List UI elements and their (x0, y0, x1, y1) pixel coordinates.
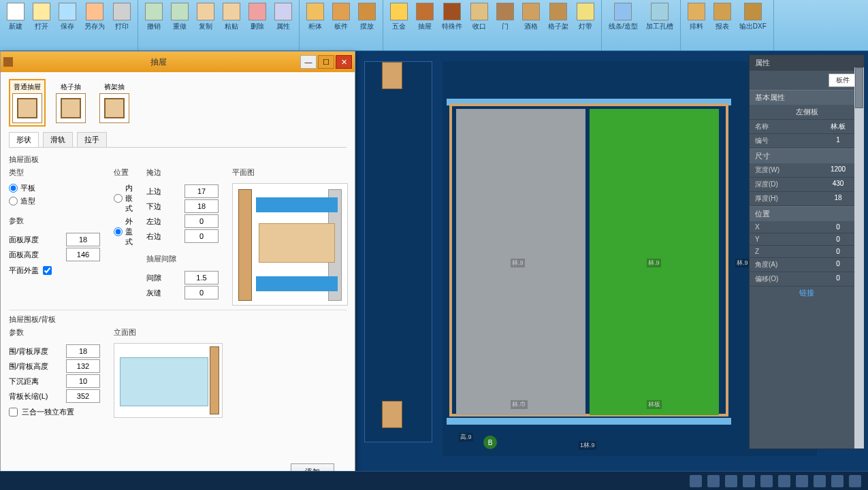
ribbon-label: 新建 (9, 22, 22, 31)
ribbon-删除[interactable]: 删除 (244, 1, 270, 49)
preview-3d[interactable] (364, 61, 432, 442)
radio-outer[interactable]: 外盖式 (114, 216, 133, 247)
ribbon-板件[interactable]: 板件 (328, 1, 354, 49)
dialog-title: 抽屉 (18, 56, 299, 68)
status-icon[interactable] (778, 475, 790, 487)
param-input[interactable] (184, 199, 219, 213)
ribbon-打印[interactable]: 打印 (109, 1, 135, 49)
prop-row[interactable]: 厚度(H)18 (750, 192, 864, 206)
prop-row[interactable]: 名称林.板 (750, 120, 864, 134)
section-title-panel: 抽屉面板 (9, 154, 347, 165)
close-button[interactable]: ✕ (336, 55, 352, 69)
param-input[interactable] (66, 233, 100, 246)
status-icon[interactable] (690, 475, 702, 487)
status-icon[interactable] (831, 475, 843, 487)
ribbon-icon (197, 3, 214, 20)
ribbon-属性[interactable]: 属性 (270, 1, 296, 49)
status-bar (0, 471, 868, 490)
sub-tab[interactable]: 滑轨 (43, 132, 73, 147)
props-link[interactable]: 链接 (750, 287, 864, 299)
ribbon-label: 酒格 (524, 22, 538, 31)
status-icon[interactable] (725, 475, 737, 487)
type-tab[interactable]: 裤架抽 (96, 79, 133, 127)
param-input[interactable] (66, 344, 100, 358)
prop-row[interactable]: X0 (750, 221, 864, 233)
ribbon-酒格[interactable]: 酒格 (518, 1, 544, 49)
prop-row[interactable]: 编号1 (750, 134, 864, 148)
ribbon-收口[interactable]: 收口 (466, 1, 492, 49)
ribbon-新建[interactable]: 新建 (3, 1, 29, 49)
prop-row[interactable]: Z0 (750, 246, 864, 258)
sub-tab[interactable]: 拉手 (77, 132, 107, 147)
status-icon[interactable] (707, 475, 720, 487)
ribbon-排料[interactable]: 排料 (684, 1, 709, 49)
ribbon-门[interactable]: 门 (492, 1, 518, 49)
param-input[interactable] (66, 248, 100, 261)
sub-tab[interactable]: 形状 (9, 132, 39, 147)
dialog-titlebar[interactable]: 抽屉 — ☐ ✕ (1, 52, 355, 72)
type-tab[interactable]: 格子抽 (52, 79, 89, 127)
ribbon-摆放[interactable]: 摆放 (354, 1, 380, 49)
param-input[interactable] (184, 214, 219, 228)
scroll-thumb[interactable] (855, 67, 863, 108)
ribbon-加工孔槽[interactable]: 加工孔槽 (642, 1, 677, 49)
check-overlay[interactable]: 平面外盖 (9, 265, 100, 276)
ribbon-五金[interactable]: 五金 (386, 1, 412, 49)
ribbon-重做[interactable]: 重做 (167, 1, 193, 49)
ribbon-icon (688, 3, 705, 20)
param-input[interactable] (66, 389, 100, 403)
type-tab[interactable]: 普通抽屉 (9, 79, 46, 127)
ribbon-格子架[interactable]: 格子架 (544, 1, 573, 49)
ribbon-灯带[interactable]: 灯带 (573, 1, 598, 49)
view-badge[interactable]: B (483, 436, 497, 449)
elevation-diagram (114, 343, 223, 418)
ribbon-撤销[interactable]: 撤销 (141, 1, 167, 49)
group-params-label: 参数 (9, 216, 100, 226)
ribbon-icon (113, 3, 131, 20)
status-icon[interactable] (760, 475, 773, 487)
ribbon-复制[interactable]: 复制 (193, 1, 219, 49)
radio-inner[interactable]: 内嵌式 (114, 183, 133, 214)
ribbon-icon (223, 3, 240, 20)
radio-flat[interactable]: 平板 (9, 183, 100, 193)
ribbon-报表[interactable]: 报表 (709, 1, 735, 49)
ribbon-抽屉[interactable]: 抽屉 (412, 1, 438, 49)
param-input[interactable] (184, 229, 219, 243)
param-input[interactable] (66, 374, 100, 388)
param-row: 背板长缩(L) (9, 389, 100, 403)
radio-shaped[interactable]: 造型 (9, 196, 100, 206)
ribbon-输出DXF[interactable]: 输出DXF (735, 1, 771, 49)
ribbon-另存为[interactable]: 另存为 (80, 1, 109, 49)
ribbon-label: 输出DXF (739, 22, 767, 31)
ribbon-特殊件[interactable]: 特殊件 (438, 1, 466, 49)
ribbon-打开[interactable]: 打开 (29, 1, 54, 49)
status-icon[interactable] (743, 475, 755, 487)
prop-row[interactable]: Y0 (750, 233, 864, 246)
ribbon-保存[interactable]: 保存 (54, 1, 80, 49)
prop-row[interactable]: 角度(A)0 (750, 258, 864, 272)
prop-row[interactable]: 偏移(O)0 (750, 272, 864, 287)
dialog-body: 普通抽屉格子抽裤架抽 形状滑轨拉手 抽屉面板 类型 平板 造型 参数 面板厚度面… (1, 72, 355, 489)
ribbon-线条/造型[interactable]: 线条/造型 (605, 1, 642, 49)
status-icon[interactable] (814, 475, 826, 487)
ribbon-粘贴[interactable]: 粘贴 (219, 1, 244, 49)
props-tab-panel[interactable]: 板件 (829, 74, 857, 87)
param-row: 围/背板厚度 (9, 344, 100, 358)
check-cam[interactable]: 三合一独立布置 (9, 407, 100, 417)
plan-view-diagram (232, 183, 348, 306)
ribbon-label: 打开 (35, 22, 48, 31)
prop-row[interactable]: 宽度(W)1200 (750, 163, 864, 178)
dim-right2: 林.9 (735, 259, 750, 267)
props-header: 属性 (750, 55, 864, 71)
maximize-button[interactable]: ☐ (318, 55, 334, 69)
props-scrollbar[interactable] (854, 67, 864, 448)
status-icon[interactable] (849, 475, 861, 487)
param-input[interactable] (184, 286, 219, 299)
status-icon[interactable] (796, 475, 808, 487)
minimize-button[interactable]: — (300, 55, 317, 69)
prop-row[interactable]: 深度(D)430 (750, 178, 864, 192)
param-input[interactable] (66, 359, 100, 373)
param-input[interactable] (184, 271, 219, 284)
ribbon-柜体[interactable]: 柜体 (302, 1, 328, 49)
param-input[interactable] (184, 184, 219, 198)
